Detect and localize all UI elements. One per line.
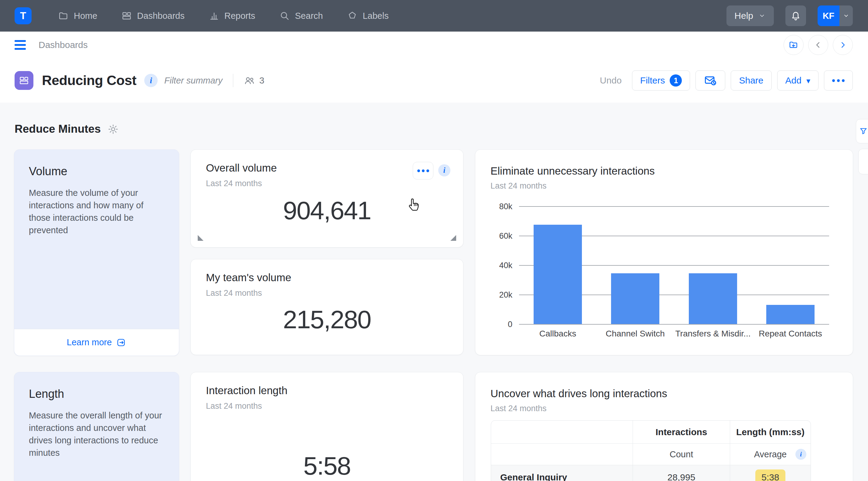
nav-item-label: Reports bbox=[224, 11, 255, 21]
chevron-left-icon bbox=[813, 40, 824, 50]
resize-handle-right[interactable] bbox=[451, 235, 456, 241]
card-subtitle: Last 24 months bbox=[491, 404, 547, 413]
next-dashboard-button[interactable] bbox=[833, 35, 853, 55]
column-group-header bbox=[491, 421, 632, 443]
top-navigation: T HomeDashboardsReportsSearchLabels Help… bbox=[0, 0, 868, 32]
help-button[interactable]: Help bbox=[726, 5, 774, 26]
folder-icon bbox=[58, 11, 69, 21]
eliminate-interactions-chart-card: Eliminate unnecessary interactions Last … bbox=[475, 150, 853, 355]
section-title: Reduce Minutes bbox=[14, 123, 101, 135]
bar-repeat-contacts[interactable] bbox=[766, 305, 814, 324]
search-icon bbox=[279, 11, 290, 21]
edge-panel-button[interactable] bbox=[858, 149, 868, 174]
y-axis-tick: 80k bbox=[475, 202, 513, 211]
prev-dashboard-button[interactable] bbox=[808, 35, 828, 55]
table-subheader-row: CountAveragei bbox=[491, 444, 811, 465]
filters-count-badge: 1 bbox=[670, 74, 682, 87]
add-label: Add bbox=[785, 75, 802, 86]
stat-value: 5:58 bbox=[191, 451, 463, 481]
column-group-header: Length (mm:ss) bbox=[730, 421, 811, 443]
nav-item-home[interactable]: Home bbox=[58, 11, 97, 21]
mail-clock-icon bbox=[704, 74, 717, 87]
long-interactions-table-card: Uncover what drives long interactions La… bbox=[475, 372, 853, 481]
user-menu[interactable]: KF bbox=[817, 5, 853, 26]
grid-icon bbox=[122, 11, 132, 21]
y-axis-tick: 40k bbox=[475, 261, 513, 270]
volume-info-card: Volume Measure the volume of your intera… bbox=[14, 150, 179, 356]
card-subtitle: Last 24 months bbox=[206, 179, 262, 188]
add-button[interactable]: Add bbox=[777, 70, 818, 91]
bar-channel-switch[interactable] bbox=[611, 273, 659, 324]
card-subtitle: Last 24 months bbox=[206, 402, 262, 411]
card-title: My team's volume bbox=[206, 271, 291, 284]
stat-value: 904,641 bbox=[191, 196, 463, 225]
nav-item-dashboards[interactable]: Dashboards bbox=[122, 11, 184, 21]
nav-item-search[interactable]: Search bbox=[279, 11, 323, 21]
sidebar-toggle[interactable] bbox=[14, 40, 26, 50]
x-axis-label: Repeat Contacts bbox=[752, 329, 829, 339]
column-subheader bbox=[491, 444, 632, 465]
bar-transfers-misdir[interactable] bbox=[689, 273, 737, 324]
undo-button[interactable]: Undo bbox=[600, 75, 622, 86]
dashboard-folder-button[interactable] bbox=[783, 35, 804, 55]
more-actions-button[interactable] bbox=[824, 70, 853, 91]
gridline bbox=[519, 206, 829, 207]
page-title: Reducing Cost bbox=[42, 72, 136, 88]
help-label: Help bbox=[734, 11, 753, 21]
folder-return-icon bbox=[788, 40, 799, 50]
shared-users[interactable]: 3 bbox=[244, 75, 265, 86]
card-menu-button[interactable] bbox=[413, 162, 433, 180]
y-axis-tick: 60k bbox=[475, 231, 513, 241]
dashboard-content: Reduce Minutes Volume Measure the volume… bbox=[0, 103, 868, 481]
arrow-right-box-icon bbox=[116, 338, 126, 348]
column-group-header: Interactions bbox=[632, 421, 730, 443]
nav-right-cluster: Help KF bbox=[726, 5, 853, 26]
bar-callbacks[interactable] bbox=[534, 225, 582, 324]
filters-button[interactable]: Filters 1 bbox=[632, 70, 690, 91]
gridline bbox=[519, 324, 829, 325]
y-axis-tick: 0 bbox=[475, 319, 513, 329]
breadcrumb[interactable]: Dashboards bbox=[38, 40, 88, 50]
card-title: Interaction length bbox=[206, 384, 288, 396]
count-cell: 28,995 bbox=[632, 465, 730, 481]
chevron-down-icon bbox=[758, 12, 766, 20]
edge-filter-button[interactable] bbox=[856, 119, 868, 143]
y-axis-tick: 20k bbox=[475, 290, 513, 300]
bell-icon bbox=[790, 10, 801, 21]
dashboard-icon bbox=[14, 71, 33, 90]
column-info-icon[interactable]: i bbox=[796, 449, 806, 460]
nav-item-label: Search bbox=[295, 11, 323, 21]
card-info-icon[interactable]: i bbox=[438, 164, 451, 177]
chevron-down-icon bbox=[842, 12, 850, 20]
learn-more-link[interactable]: Learn more bbox=[67, 338, 126, 348]
card-description: Measure the overall length of your inter… bbox=[29, 409, 166, 459]
app-logo[interactable]: T bbox=[14, 7, 32, 24]
shared-users-count: 3 bbox=[259, 75, 265, 86]
filter-summary: Filter summary bbox=[164, 75, 223, 86]
filters-label: Filters bbox=[640, 75, 665, 86]
card-subtitle: Last 24 months bbox=[206, 288, 262, 298]
share-label: Share bbox=[739, 75, 763, 86]
info-icon[interactable]: i bbox=[144, 74, 158, 87]
notifications-button[interactable] bbox=[785, 5, 806, 26]
resize-handle-left[interactable] bbox=[198, 235, 204, 241]
ellipsis-icon bbox=[832, 79, 845, 82]
share-button[interactable]: Share bbox=[731, 70, 771, 91]
stat-value: 215,280 bbox=[191, 305, 463, 334]
average-badge: 5:38 bbox=[755, 470, 785, 481]
nav-item-reports[interactable]: Reports bbox=[209, 11, 255, 21]
x-axis-label: Transfers & Misdir... bbox=[674, 329, 752, 339]
card-footer: Learn more bbox=[14, 329, 179, 356]
toolbar-right-cluster bbox=[783, 35, 853, 55]
divider bbox=[233, 74, 233, 87]
x-axis-label: Channel Switch bbox=[596, 329, 674, 339]
nav-item-labels[interactable]: Labels bbox=[347, 11, 389, 21]
table-header-row: InteractionsLength (mm:ss) bbox=[491, 421, 811, 444]
section-settings-gear-icon[interactable] bbox=[107, 124, 119, 135]
user-menu-caret[interactable] bbox=[839, 5, 853, 26]
card-title: Uncover what drives long interactions bbox=[491, 387, 667, 399]
caret-down-icon bbox=[806, 75, 810, 86]
bar-chart-icon bbox=[209, 11, 219, 21]
nav-item-label: Dashboards bbox=[137, 11, 184, 21]
schedule-email-button[interactable] bbox=[695, 70, 725, 91]
